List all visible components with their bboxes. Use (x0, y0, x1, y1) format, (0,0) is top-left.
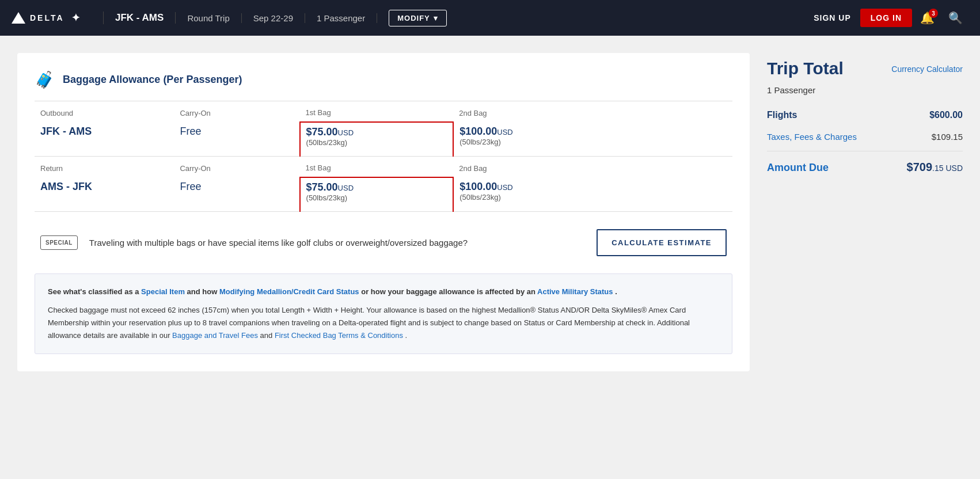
special-baggage-text: Traveling with multiple bags or have spe… (89, 238, 585, 248)
return-secondbag-cell: $100.00USD (50lbs/23kg) (453, 177, 607, 212)
search-button[interactable]: 🔍 (943, 11, 968, 25)
outbound-secondbag-price: $100.00USD (459, 126, 601, 138)
search-icon: 🔍 (948, 12, 963, 24)
baggage-panel: 🧳 Baggage Allowance (Per Passenger) Outb… (17, 53, 750, 371)
calculate-estimate-button[interactable]: CALCULATE ESTIMATE (597, 229, 727, 256)
return-firstbag-weight: (50lbs/23kg) (306, 193, 447, 202)
notifications-button[interactable]: 🔔 3 (912, 11, 943, 25)
return-secondbag-price: $100.00USD (459, 181, 601, 193)
info-first-paragraph: See what's classified as a Special Item … (48, 286, 719, 298)
military-link[interactable]: Active Military Status (537, 287, 613, 296)
outbound-firstbag-cell: $75.00USD (50lbs/23kg) (300, 122, 454, 157)
return-carryon-label: Carry-On (174, 157, 299, 178)
modify-button[interactable]: MODIFY ▾ (389, 10, 447, 26)
info-bold-start: See what's classified as a Special Item … (48, 287, 617, 296)
trip-total-title: Trip Total (767, 59, 844, 78)
delta-logo: DELTA ✦ (12, 12, 104, 24)
flights-label: Flights (767, 110, 797, 120)
outbound-secondbag-cell: $100.00USD (50lbs/23kg) (453, 122, 607, 157)
baggage-table: Outbound Carry-On 1st Bag 2nd Bag JFK - … (35, 101, 732, 212)
return-label: Return (35, 157, 174, 178)
outbound-carryon-value: Free (180, 126, 201, 137)
return-firstbag-price: $75.00USD (306, 181, 447, 193)
flights-amount: $600.00 (929, 110, 963, 120)
main-content: 🧳 Baggage Allowance (Per Passenger) Outb… (0, 36, 980, 389)
special-baggage-icon: SPECIAL (40, 235, 78, 250)
baggage-header: 🧳 Baggage Allowance (Per Passenger) (35, 70, 732, 89)
main-header: DELTA ✦ JFK - AMS Round Trip Sep 22-29 1… (0, 0, 980, 36)
trip-divider (767, 151, 963, 151)
return-secondbag-weight: (50lbs/23kg) (459, 193, 601, 202)
return-data-row: AMS - JFK Free $75.00USD (50lbs/23kg) $1… (35, 177, 732, 212)
header-passengers: 1 Passenger (305, 13, 377, 23)
outbound-data-row: JFK - AMS Free $75.00USD (50lbs/23kg) $1… (35, 122, 732, 157)
outbound-route: JFK - AMS (40, 126, 92, 137)
outbound-firstbag-label: 1st Bag (300, 101, 454, 123)
info-disclaimer: Checked baggage must not exceed 62 inche… (48, 304, 719, 342)
special-item-link[interactable]: Special Item (141, 287, 185, 296)
baggage-title: Baggage Allowance (Per Passenger) (63, 74, 242, 86)
taxes-label: Taxes, Fees & Charges (767, 132, 857, 142)
login-button[interactable]: LOG IN (860, 9, 912, 27)
amount-due-line: Amount Due $709.15 USD (767, 155, 963, 180)
outbound-label: Outbound (35, 101, 174, 123)
outbound-header-row: Outbound Carry-On 1st Bag 2nd Bag (35, 101, 732, 123)
amount-due-value: $709.15 USD (907, 161, 963, 174)
currency-calculator-link[interactable]: Currency Calculator (891, 64, 963, 74)
special-baggage-section: SPECIAL Traveling with multiple bags or … (35, 212, 732, 268)
outbound-firstbag-weight: (50lbs/23kg) (306, 138, 447, 147)
flights-line: Flights $600.00 (767, 104, 963, 126)
taxes-amount: $109.15 (932, 132, 963, 142)
passenger-count: 1 Passenger (767, 85, 963, 95)
delta-logo-text: DELTA (30, 13, 64, 22)
outbound-secondbag-label: 2nd Bag (453, 101, 607, 123)
outbound-firstbag-price: $75.00USD (306, 126, 447, 138)
return-firstbag-label: 1st Bag (300, 157, 454, 178)
return-carryon-value: Free (180, 181, 201, 192)
header-route: JFK - AMS (104, 12, 176, 24)
info-box: See what's classified as a Special Item … (35, 273, 732, 354)
luggage-icon: 🧳 (35, 70, 55, 89)
outbound-carryon-label: Carry-On (174, 101, 299, 123)
signup-button[interactable]: SIGN UP (804, 13, 860, 22)
amount-due-label: Amount Due (767, 162, 829, 174)
return-secondbag-label: 2nd Bag (453, 157, 607, 178)
return-route: AMS - JFK (40, 181, 92, 192)
notification-badge: 3 (929, 9, 938, 18)
outbound-secondbag-weight: (50lbs/23kg) (459, 138, 601, 146)
return-header-row: Return Carry-On 1st Bag 2nd Bag (35, 157, 732, 178)
modify-label: MODIFY (397, 14, 430, 22)
header-trip-type: Round Trip (176, 13, 241, 23)
header-dates: Sep 22-29 (242, 13, 305, 23)
trip-total-panel: Trip Total Currency Calculator 1 Passeng… (767, 53, 963, 371)
modify-chevron-icon: ▾ (434, 14, 438, 22)
first-bag-terms-link[interactable]: First Checked Bag Terms & Conditions (275, 331, 403, 340)
medallion-link[interactable]: Modifying Medallion/Credit Card Status (219, 287, 359, 296)
delta-triangle-icon (12, 12, 25, 24)
return-firstbag-cell: $75.00USD (50lbs/23kg) (300, 177, 454, 212)
baggage-fees-link[interactable]: Baggage and Travel Fees (172, 331, 258, 340)
taxes-line: Taxes, Fees & Charges $109.15 (767, 126, 963, 147)
delta-star-icon: ✦ (71, 12, 82, 24)
